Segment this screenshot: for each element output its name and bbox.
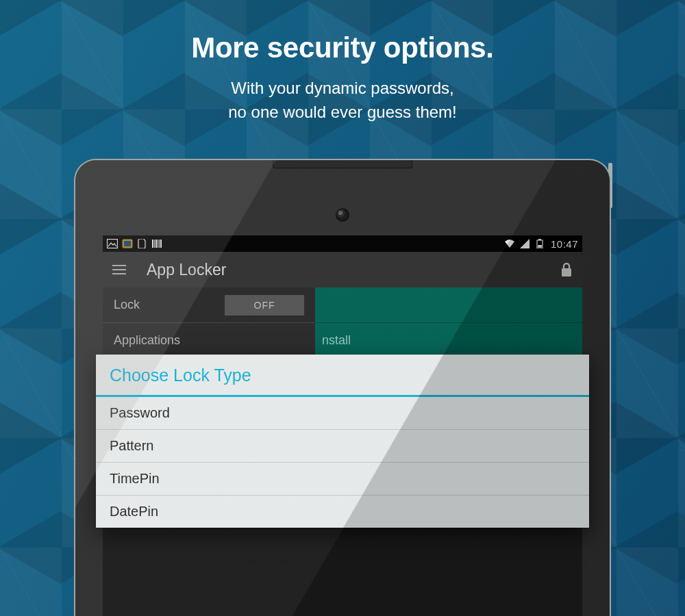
svg-rect-3: [152, 240, 153, 248]
promo-subtitle-line2: no one would ever guess them!: [228, 103, 457, 121]
lock-type-option-datepin[interactable]: DatePin: [96, 496, 589, 528]
svg-rect-11: [538, 245, 542, 248]
sidebar-item-lock[interactable]: Lock OFF: [103, 287, 315, 323]
battery-icon: [534, 239, 545, 248]
gallery-icon: [107, 239, 118, 248]
app-title: App Locker: [147, 261, 560, 279]
lock-type-option-pattern[interactable]: Pattern: [96, 430, 589, 463]
svg-rect-4: [154, 240, 155, 248]
svg-rect-12: [562, 268, 571, 277]
option-label: DatePin: [110, 504, 158, 519]
svg-rect-5: [155, 240, 157, 248]
svg-rect-8: [160, 240, 162, 248]
svg-rect-10: [538, 239, 541, 240]
svg-rect-2: [124, 241, 131, 246]
wifi-icon: [504, 239, 515, 248]
option-label: TimePin: [110, 471, 160, 486]
right-row-install[interactable]: nstall: [315, 323, 582, 359]
svg-rect-6: [158, 240, 158, 248]
choose-lock-type-dialog: Choose Lock Type Password Pattern TimePi…: [96, 355, 589, 528]
promo-subtitle: With your dynamic passwords, no one woul…: [0, 77, 685, 125]
status-bar-right-icons: 10:47: [504, 238, 578, 250]
option-label: Password: [110, 405, 170, 420]
lock-type-option-timepin[interactable]: TimePin: [96, 463, 589, 496]
promo-text-block: More security options. With your dynamic…: [0, 31, 685, 125]
lock-toggle[interactable]: OFF: [225, 295, 304, 316]
tablet-front-camera: [336, 208, 349, 222]
lock-type-option-password[interactable]: Password: [96, 397, 589, 430]
sidebar-item-label: Applications: [114, 333, 180, 348]
sdcard-icon: [137, 239, 148, 248]
right-row-blank-0: [315, 287, 582, 323]
android-status-bar: 10:47: [103, 235, 582, 252]
lock-toggle-state: OFF: [254, 300, 275, 311]
promo-subtitle-line1: With your dynamic passwords,: [231, 79, 453, 97]
svg-rect-0: [108, 240, 118, 248]
promo-title: More security options.: [0, 31, 685, 64]
svg-rect-7: [159, 240, 160, 248]
status-bar-clock: 10:47: [551, 238, 578, 250]
tablet-speaker-slot: [273, 160, 412, 168]
sidebar-item-applications[interactable]: Applications: [103, 323, 315, 359]
barcode-icon: [152, 239, 163, 248]
tablet-frame: 10:47 App Locker Lock OFF: [75, 160, 610, 616]
right-row-label: nstall: [322, 333, 351, 348]
lock-icon[interactable]: [560, 262, 573, 277]
dialog-title: Choose Lock Type: [96, 355, 589, 397]
status-bar-left-icons: [107, 239, 163, 248]
cell-signal-icon: [519, 239, 530, 248]
option-label: Pattern: [110, 438, 153, 453]
app-action-bar: App Locker: [103, 252, 582, 287]
app-notification-icon: [122, 239, 133, 248]
sidebar-item-label: Lock: [114, 298, 140, 312]
menu-icon[interactable]: [112, 265, 126, 274]
